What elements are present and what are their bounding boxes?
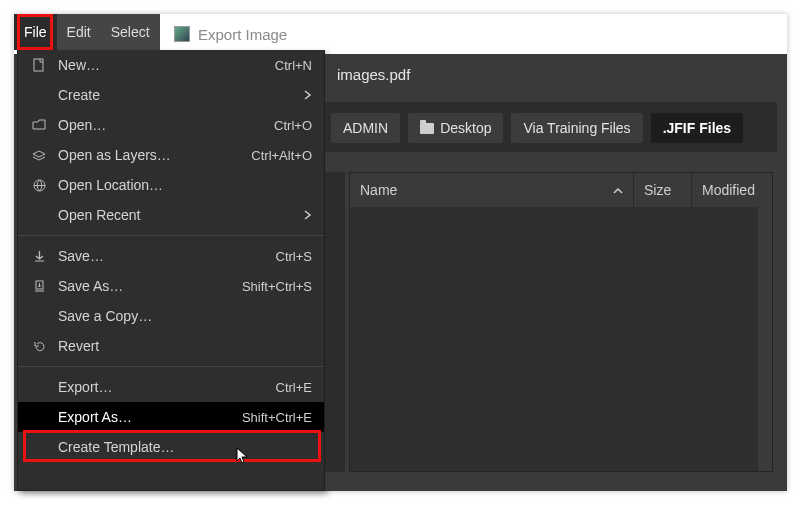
crumb-desktop[interactable]: Desktop [408, 113, 503, 143]
column-header-modified[interactable]: Modified [692, 173, 772, 207]
titlebar-thumbnail-icon [174, 26, 190, 42]
menu-item-open-as-layers[interactable]: Open as Layers… Ctrl+Alt+O [18, 140, 324, 170]
export-dialog: images.pdf ADMIN Desktop Via Training Fi… [325, 54, 787, 491]
menu-item-export[interactable]: Export… Ctrl+E [18, 372, 324, 402]
file-dropdown-menu: New… Ctrl+N Create Open… Ctrl+O Open as … [17, 50, 325, 491]
column-header-size[interactable]: Size [634, 173, 692, 207]
menu-file[interactable]: File [14, 14, 57, 50]
crumb-admin[interactable]: ADMIN [331, 113, 400, 143]
menu-select[interactable]: Select [101, 14, 160, 50]
menu-separator [18, 235, 324, 236]
chevron-right-icon [304, 90, 312, 100]
save-icon [28, 250, 50, 263]
menu-item-save-a-copy[interactable]: Save a Copy… [18, 301, 324, 331]
window-title: Export Image [174, 14, 287, 54]
filename-field[interactable]: images.pdf [325, 54, 787, 94]
menu-item-open-recent[interactable]: Open Recent [18, 200, 324, 230]
globe-icon [28, 179, 50, 192]
folder-open-icon [28, 119, 50, 131]
menu-item-save[interactable]: Save… Ctrl+S [18, 241, 324, 271]
app-window: File Edit Select Export Image New… Ctrl+… [14, 14, 787, 491]
sort-asc-icon [613, 182, 623, 198]
column-header-name[interactable]: Name [350, 173, 634, 207]
svg-rect-0 [34, 59, 43, 71]
menu-item-open-location[interactable]: Open Location… [18, 170, 324, 200]
menu-item-open[interactable]: Open… Ctrl+O [18, 110, 324, 140]
menu-item-create-template[interactable]: Create Template… [18, 432, 324, 462]
crumb-via-training-files[interactable]: Via Training Files [511, 113, 642, 143]
menu-item-new[interactable]: New… Ctrl+N [18, 50, 324, 80]
crumb-jfif-files[interactable]: .JFIF Files [651, 113, 743, 143]
chevron-right-icon [304, 210, 312, 220]
layers-icon [28, 149, 50, 161]
main-menubar: File Edit Select [14, 14, 160, 50]
revert-icon [28, 340, 50, 353]
menu-separator [18, 366, 324, 367]
new-file-icon [28, 58, 50, 72]
file-list-body[interactable] [350, 207, 758, 471]
menu-item-create[interactable]: Create [18, 80, 324, 110]
file-list-header: Name Size Modified [350, 173, 772, 207]
menu-item-save-as[interactable]: Save As… Shift+Ctrl+S [18, 271, 324, 301]
menu-item-export-as[interactable]: Export As… Shift+Ctrl+E [18, 402, 324, 432]
path-breadcrumb: ADMIN Desktop Via Training Files .JFIF F… [325, 109, 777, 147]
places-pane-edge [325, 172, 345, 472]
folder-icon [420, 123, 434, 134]
filename-text: images.pdf [337, 66, 410, 83]
menu-edit[interactable]: Edit [57, 14, 101, 50]
save-as-icon [28, 280, 50, 293]
file-list-pane: Name Size Modified [349, 172, 773, 472]
menu-item-revert[interactable]: Revert [18, 331, 324, 361]
vertical-scrollbar[interactable] [758, 207, 772, 471]
window-title-text: Export Image [198, 26, 287, 43]
